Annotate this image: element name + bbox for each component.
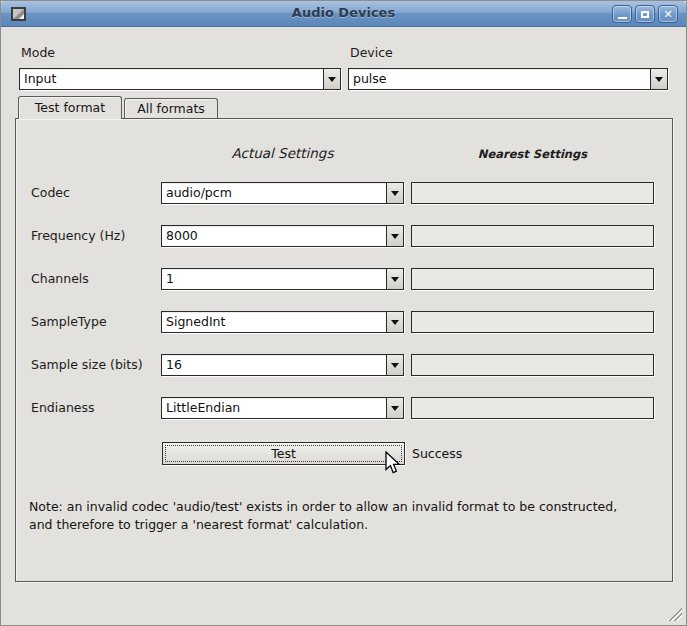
form-row-samplesize: Sample size (bits) 16 [1, 354, 687, 376]
form-row-sampletype: SampleType SignedInt [1, 311, 687, 333]
titlebar[interactable]: Audio Devices ✕ [1, 1, 686, 27]
samplesize-nearest-field [411, 354, 654, 376]
note-line-1: Note: an invalid codec 'audio/test' exis… [29, 499, 617, 514]
minimize-icon [618, 17, 627, 19]
frequency-label: Frequency (Hz) [31, 228, 125, 243]
codec-nearest-field [411, 182, 654, 204]
form-row-frequency: Frequency (Hz) 8000 [1, 225, 687, 247]
endianess-combobox-value: LittleEndian [162, 398, 386, 418]
endianess-label: Endianess [31, 400, 95, 415]
codec-combobox[interactable]: audio/pcm [161, 182, 404, 204]
sampletype-label: SampleType [31, 314, 107, 329]
tab-test-format[interactable]: Test format [18, 96, 122, 119]
samplesize-label: Sample size (bits) [31, 357, 143, 372]
device-combobox[interactable]: pulse [348, 68, 668, 90]
frequency-combobox-value: 8000 [162, 226, 386, 246]
window-title: Audio Devices [1, 5, 686, 20]
mode-combobox[interactable]: Input [19, 68, 341, 90]
resize-grip-icon[interactable] [669, 608, 682, 621]
codec-combobox-value: audio/pcm [162, 183, 386, 203]
channels-nearest-field [411, 268, 654, 290]
chevron-down-icon [386, 355, 403, 375]
close-button[interactable]: ✕ [658, 5, 678, 23]
channels-combobox-value: 1 [162, 269, 386, 289]
close-icon: ✕ [663, 9, 672, 20]
sampletype-combobox-value: SignedInt [162, 312, 386, 332]
actual-settings-header: Actual Settings [161, 145, 404, 161]
form-row-channels: Channels 1 [1, 268, 687, 290]
form-row-endianess: Endianess LittleEndian [1, 397, 687, 419]
mode-combobox-value: Input [20, 69, 323, 89]
channels-combobox[interactable]: 1 [161, 268, 404, 290]
channels-label: Channels [31, 271, 89, 286]
test-button[interactable]: Test [162, 442, 405, 465]
tab-all-formats[interactable]: All formats [124, 98, 218, 118]
chevron-down-icon [386, 312, 403, 332]
chevron-down-icon [386, 269, 403, 289]
nearest-settings-header: Nearest Settings [411, 147, 654, 161]
minimize-button[interactable] [612, 5, 632, 23]
device-combobox-value: pulse [349, 69, 650, 89]
frequency-combobox[interactable]: 8000 [161, 225, 404, 247]
samplesize-combobox-value: 16 [162, 355, 386, 375]
samplesize-combobox[interactable]: 16 [161, 354, 404, 376]
chevron-down-icon [323, 69, 340, 89]
chevron-down-icon [386, 183, 403, 203]
sampletype-combobox[interactable]: SignedInt [161, 311, 404, 333]
device-label: Device [350, 45, 393, 60]
status-label: Success [412, 446, 462, 461]
mode-label: Mode [21, 45, 55, 60]
note-line-2: and therefore to trigger a 'nearest form… [29, 517, 368, 532]
audio-devices-window: Audio Devices ✕ Mode Input Device pulse … [0, 0, 687, 626]
form-row-codec: Codec audio/pcm [1, 182, 687, 204]
chevron-down-icon [386, 226, 403, 246]
codec-label: Codec [31, 185, 70, 200]
chevron-down-icon [386, 398, 403, 418]
maximize-button[interactable] [635, 5, 655, 23]
note-text: Note: an invalid codec 'audio/test' exis… [29, 498, 669, 533]
sampletype-nearest-field [411, 311, 654, 333]
endianess-nearest-field [411, 397, 654, 419]
chevron-down-icon [650, 69, 667, 89]
maximize-icon [641, 11, 649, 18]
frequency-nearest-field [411, 225, 654, 247]
endianess-combobox[interactable]: LittleEndian [161, 397, 404, 419]
